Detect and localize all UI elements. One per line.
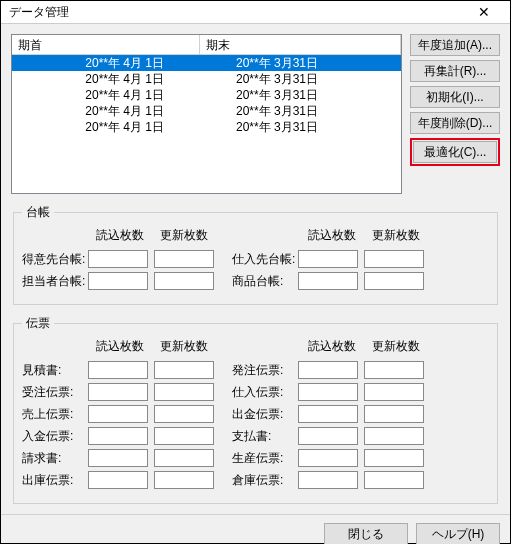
update-field[interactable] bbox=[154, 272, 214, 290]
row-label-left: 担当者台帳: bbox=[22, 273, 88, 290]
help-button[interactable]: ヘルプ(H) bbox=[416, 523, 500, 544]
list-row[interactable]: 20**年 4月 1日20**年 3月31日 bbox=[12, 103, 401, 119]
list-row[interactable]: 20**年 4月 1日20**年 3月31日 bbox=[12, 87, 401, 103]
optimize-highlight: 最適化(C)... bbox=[410, 138, 500, 166]
dialog-body: 期首 期末 20**年 4月 1日20**年 3月31日20**年 4月 1日2… bbox=[1, 24, 510, 514]
read-field[interactable] bbox=[88, 427, 148, 445]
update-field[interactable] bbox=[364, 449, 424, 467]
optimize-button[interactable]: 最適化(C)... bbox=[413, 141, 497, 163]
row-label-right: 生産伝票: bbox=[232, 450, 298, 467]
dialog-window: データ管理 ✕ 期首 期末 20**年 4月 1日20**年 3月31日20**… bbox=[0, 0, 511, 544]
read-field[interactable] bbox=[88, 405, 148, 423]
update-field[interactable] bbox=[364, 250, 424, 268]
row-label-right: 商品台帳: bbox=[232, 273, 298, 290]
row-start: 20**年 4月 1日 bbox=[12, 119, 200, 135]
ledger-legend: 台帳 bbox=[22, 204, 54, 221]
titlebar: データ管理 ✕ bbox=[1, 1, 510, 24]
row-label-right: 発注伝票: bbox=[232, 362, 298, 379]
data-row: 請求書:生産伝票: bbox=[22, 449, 489, 467]
read-field[interactable] bbox=[298, 250, 358, 268]
ledger-group: 台帳 読込枚数 更新枚数 読込枚数 更新枚数 得意先台帳:仕入先台帳:担当者台帳… bbox=[13, 204, 498, 305]
ledger-col-read-left: 読込枚数 bbox=[88, 227, 152, 244]
update-field[interactable] bbox=[364, 405, 424, 423]
voucher-group: 伝票 読込枚数 更新枚数 読込枚数 更新枚数 見積書:発注伝票:受注伝票:仕入伝… bbox=[13, 315, 498, 504]
row-label-right: 支払書: bbox=[232, 428, 298, 445]
row-start: 20**年 4月 1日 bbox=[12, 87, 200, 103]
update-field[interactable] bbox=[364, 383, 424, 401]
row-start: 20**年 4月 1日 bbox=[12, 55, 200, 71]
data-row: 入金伝票:支払書: bbox=[22, 427, 489, 445]
read-field[interactable] bbox=[298, 427, 358, 445]
read-field[interactable] bbox=[298, 471, 358, 489]
update-field[interactable] bbox=[154, 383, 214, 401]
update-field[interactable] bbox=[364, 427, 424, 445]
row-label-right: 出金伝票: bbox=[232, 406, 298, 423]
update-field[interactable] bbox=[154, 405, 214, 423]
header-end[interactable]: 期末 bbox=[200, 35, 401, 54]
period-list[interactable]: 期首 期末 20**年 4月 1日20**年 3月31日20**年 4月 1日2… bbox=[11, 34, 402, 194]
row-start: 20**年 4月 1日 bbox=[12, 71, 200, 87]
header-start[interactable]: 期首 bbox=[12, 35, 200, 54]
reaggregate-button[interactable]: 再集計(R)... bbox=[410, 60, 500, 82]
read-field[interactable] bbox=[298, 405, 358, 423]
voucher-col-update-left: 更新枚数 bbox=[152, 338, 216, 355]
update-field[interactable] bbox=[154, 427, 214, 445]
read-field[interactable] bbox=[88, 361, 148, 379]
list-header: 期首 期末 bbox=[12, 35, 401, 55]
read-field[interactable] bbox=[88, 471, 148, 489]
voucher-legend: 伝票 bbox=[22, 315, 54, 332]
update-field[interactable] bbox=[364, 361, 424, 379]
data-row: 出庫伝票:倉庫伝票: bbox=[22, 471, 489, 489]
close-button[interactable]: 閉じる bbox=[324, 523, 408, 544]
close-icon[interactable]: ✕ bbox=[466, 1, 502, 23]
voucher-col-update-right: 更新枚数 bbox=[364, 338, 428, 355]
delete-year-button[interactable]: 年度削除(D)... bbox=[410, 112, 500, 134]
row-end: 20**年 3月31日 bbox=[200, 103, 401, 119]
voucher-col-read-left: 読込枚数 bbox=[88, 338, 152, 355]
init-button[interactable]: 初期化(I)... bbox=[410, 86, 500, 108]
update-field[interactable] bbox=[154, 361, 214, 379]
update-field[interactable] bbox=[154, 449, 214, 467]
read-field[interactable] bbox=[298, 361, 358, 379]
row-label-right: 倉庫伝票: bbox=[232, 472, 298, 489]
ledger-col-update-right: 更新枚数 bbox=[364, 227, 428, 244]
row-start: 20**年 4月 1日 bbox=[12, 103, 200, 119]
list-row[interactable]: 20**年 4月 1日20**年 3月31日 bbox=[12, 71, 401, 87]
update-field[interactable] bbox=[154, 250, 214, 268]
row-end: 20**年 3月31日 bbox=[200, 55, 401, 71]
ledger-col-update-left: 更新枚数 bbox=[152, 227, 216, 244]
row-label-left: 請求書: bbox=[22, 450, 88, 467]
update-field[interactable] bbox=[154, 471, 214, 489]
row-label-left: 入金伝票: bbox=[22, 428, 88, 445]
row-end: 20**年 3月31日 bbox=[200, 71, 401, 87]
read-field[interactable] bbox=[88, 272, 148, 290]
row-label-left: 売上伝票: bbox=[22, 406, 88, 423]
row-label-right: 仕入伝票: bbox=[232, 384, 298, 401]
data-row: 得意先台帳:仕入先台帳: bbox=[22, 250, 489, 268]
row-label-left: 見積書: bbox=[22, 362, 88, 379]
row-label-right: 仕入先台帳: bbox=[232, 251, 298, 268]
read-field[interactable] bbox=[88, 383, 148, 401]
footer: 閉じる ヘルプ(H) bbox=[1, 514, 510, 544]
row-label-left: 得意先台帳: bbox=[22, 251, 88, 268]
row-end: 20**年 3月31日 bbox=[200, 119, 401, 135]
read-field[interactable] bbox=[88, 449, 148, 467]
data-row: 売上伝票:出金伝票: bbox=[22, 405, 489, 423]
read-field[interactable] bbox=[88, 250, 148, 268]
read-field[interactable] bbox=[298, 449, 358, 467]
row-end: 20**年 3月31日 bbox=[200, 87, 401, 103]
update-field[interactable] bbox=[364, 272, 424, 290]
read-field[interactable] bbox=[298, 383, 358, 401]
side-buttons: 年度追加(A)... 再集計(R)... 初期化(I)... 年度削除(D)..… bbox=[410, 34, 500, 194]
data-row: 担当者台帳:商品台帳: bbox=[22, 272, 489, 290]
add-year-button[interactable]: 年度追加(A)... bbox=[410, 34, 500, 56]
window-title: データ管理 bbox=[9, 4, 466, 21]
list-row[interactable]: 20**年 4月 1日20**年 3月31日 bbox=[12, 119, 401, 135]
ledger-col-read-right: 読込枚数 bbox=[300, 227, 364, 244]
data-row: 受注伝票:仕入伝票: bbox=[22, 383, 489, 401]
read-field[interactable] bbox=[298, 272, 358, 290]
list-row[interactable]: 20**年 4月 1日20**年 3月31日 bbox=[12, 55, 401, 71]
voucher-col-read-right: 読込枚数 bbox=[300, 338, 364, 355]
row-label-left: 出庫伝票: bbox=[22, 472, 88, 489]
update-field[interactable] bbox=[364, 471, 424, 489]
